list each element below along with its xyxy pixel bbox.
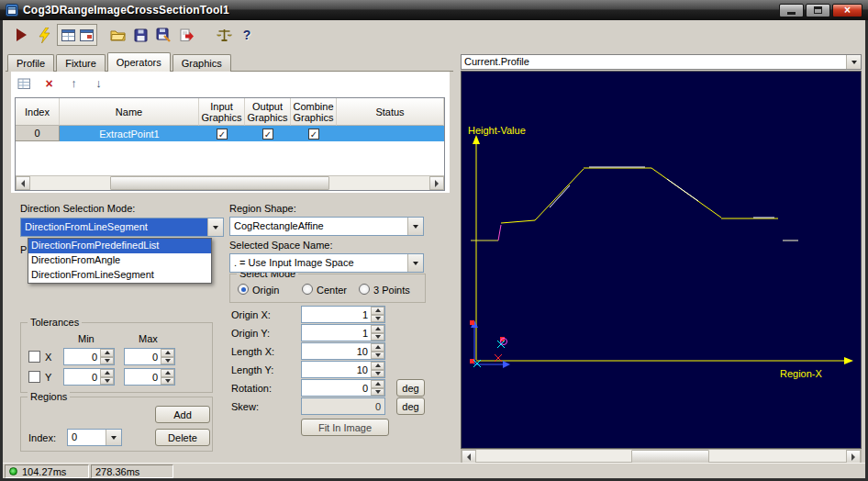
spin-down-button[interactable] xyxy=(371,388,384,397)
tolerance-y-checkbox[interactable] xyxy=(28,371,40,383)
tolerance-x-checkbox[interactable] xyxy=(28,351,40,363)
spin-up-button[interactable] xyxy=(100,369,114,377)
delete-operator-button[interactable]: × xyxy=(41,76,57,92)
delete-region-button[interactable]: Delete xyxy=(155,429,210,446)
input-graphics-checkbox[interactable]: ✓ xyxy=(217,129,228,140)
spin-up-button[interactable] xyxy=(371,325,384,333)
minimize-button[interactable] xyxy=(779,4,804,17)
open-file-button[interactable] xyxy=(107,25,128,45)
three-points-radio-label: 3 Points xyxy=(373,285,410,296)
pinned-window-icon xyxy=(80,29,94,41)
region-shape-combo[interactable]: CogRectangleAffine xyxy=(229,217,424,236)
operator-toolbar: × ↑ ↓ xyxy=(17,74,106,93)
profile-plot-canvas[interactable]: Height-ValueRegion-X xyxy=(462,72,861,448)
spin-up-button[interactable] xyxy=(161,369,174,377)
title-bar[interactable]: Cog3DRangeImageCrossSectionTool1 × xyxy=(0,0,868,20)
dropdown-arrow-icon[interactable] xyxy=(846,55,861,69)
rotation-unit-button[interactable]: deg xyxy=(396,379,425,397)
scroll-left-button[interactable] xyxy=(462,450,476,464)
region-shape-label: Region Shape: xyxy=(229,203,296,214)
output-graphics-checkbox[interactable]: ✓ xyxy=(262,129,273,140)
spin-down-button[interactable] xyxy=(100,357,114,365)
save-button[interactable] xyxy=(130,25,150,45)
export-button[interactable] xyxy=(176,25,196,45)
scrollbar-thumb[interactable] xyxy=(110,176,329,190)
origin-x-field[interactable]: 1 xyxy=(301,306,385,323)
selected-space-combo[interactable]: . = Use Input Image Space xyxy=(229,253,424,273)
length-x-field[interactable]: 10 xyxy=(301,342,385,360)
maximize-button[interactable] xyxy=(806,4,830,17)
dropdown-option-predefined-list[interactable]: DirectionFromPredefinedList xyxy=(28,239,211,253)
table-horizontal-scrollbar[interactable] xyxy=(16,175,444,190)
spin-down-button[interactable] xyxy=(371,333,384,341)
spin-down-button[interactable] xyxy=(161,377,174,386)
row-index-cell[interactable]: 0 xyxy=(16,126,60,141)
chevron-down-icon xyxy=(213,226,218,229)
rotation-field[interactable]: 0 xyxy=(301,379,385,397)
spin-down-button[interactable] xyxy=(100,377,114,386)
tolerance-y-min-field[interactable]: 0 xyxy=(63,368,115,386)
dropdown-arrow-icon[interactable] xyxy=(407,218,423,235)
center-radio[interactable] xyxy=(302,284,313,295)
row-name-cell[interactable]: ExtractPoint1 xyxy=(60,126,199,141)
combine-graphics-checkbox[interactable]: ✓ xyxy=(308,129,319,140)
add-operator-button[interactable] xyxy=(17,76,32,92)
maximize-icon xyxy=(814,6,822,14)
delete-icon: × xyxy=(45,78,52,89)
spin-up-button[interactable] xyxy=(371,362,384,370)
tool-display-group xyxy=(57,24,97,46)
spin-down-button[interactable] xyxy=(371,370,384,378)
skew-label: Skew: xyxy=(231,401,259,412)
close-button[interactable]: × xyxy=(832,4,862,17)
table-row[interactable]: 0 ExtractPoint1 ✓ ✓ ✓ xyxy=(16,126,444,141)
tolerance-x-max-field[interactable]: 0 xyxy=(124,348,175,365)
scrollbar-track[interactable] xyxy=(476,450,846,462)
measure-button[interactable] xyxy=(214,25,234,45)
scroll-right-button[interactable] xyxy=(429,176,444,190)
spin-down-button[interactable] xyxy=(161,357,174,365)
skew-unit-button[interactable]: deg xyxy=(396,397,425,415)
spin-up-button[interactable] xyxy=(371,307,384,315)
spin-down-button[interactable] xyxy=(371,315,384,323)
spin-up-button[interactable] xyxy=(100,349,114,357)
dropdown-arrow-icon[interactable] xyxy=(407,254,423,272)
tab-graphics[interactable]: Graphics xyxy=(172,54,231,72)
origin-y-field[interactable]: 1 xyxy=(301,324,385,341)
tolerance-x-min-field[interactable]: 0 xyxy=(63,348,115,365)
add-region-button[interactable]: Add xyxy=(155,406,210,423)
move-down-button[interactable]: ↓ xyxy=(91,76,106,92)
spin-down-button[interactable] xyxy=(371,352,384,360)
spin-up-button[interactable] xyxy=(161,349,174,357)
tool-pin-button[interactable] xyxy=(77,26,95,44)
tab-fixture[interactable]: Fixture xyxy=(56,54,106,72)
status-led-icon xyxy=(9,467,17,475)
dropdown-arrow-icon[interactable] xyxy=(106,430,121,445)
length-y-field[interactable]: 10 xyxy=(301,361,385,378)
three-points-radio[interactable] xyxy=(359,284,370,295)
tolerance-y-max-field[interactable]: 0 xyxy=(124,368,175,386)
move-up-button[interactable]: ↑ xyxy=(66,76,82,92)
direction-dropdown-button[interactable] xyxy=(207,218,223,236)
scrollbar-track[interactable] xyxy=(30,176,429,190)
dropdown-option-angle[interactable]: DirectionFromAngle xyxy=(28,253,211,268)
tab-profile[interactable]: Profile xyxy=(7,54,54,72)
tool-display-button[interactable] xyxy=(59,26,77,44)
fit-in-image-button[interactable]: Fit In Image xyxy=(301,419,389,436)
spin-up-button[interactable] xyxy=(371,343,384,352)
scroll-left-button[interactable] xyxy=(16,176,30,190)
tab-operators[interactable]: Operators xyxy=(107,52,171,72)
dropdown-option-line-segment[interactable]: DirectionFromLineSegment xyxy=(28,268,211,283)
scrollbar-thumb[interactable] xyxy=(631,450,709,464)
save-as-button[interactable] xyxy=(153,25,173,45)
origin-radio[interactable] xyxy=(238,284,249,295)
run-continuous-button[interactable] xyxy=(34,25,54,45)
plot-horizontal-scrollbar[interactable] xyxy=(461,449,862,463)
region-index-combo[interactable]: 0 xyxy=(67,429,122,446)
help-button[interactable]: ? xyxy=(237,25,257,45)
direction-mode-combo[interactable]: DirectionFromLineSegment xyxy=(20,218,224,237)
current-profile-combo[interactable]: Current.Profile xyxy=(461,54,862,70)
run-button[interactable] xyxy=(11,25,31,45)
scroll-right-button[interactable] xyxy=(846,450,861,464)
spin-up-button[interactable] xyxy=(371,380,384,388)
main-toolbar: ? xyxy=(3,20,865,50)
